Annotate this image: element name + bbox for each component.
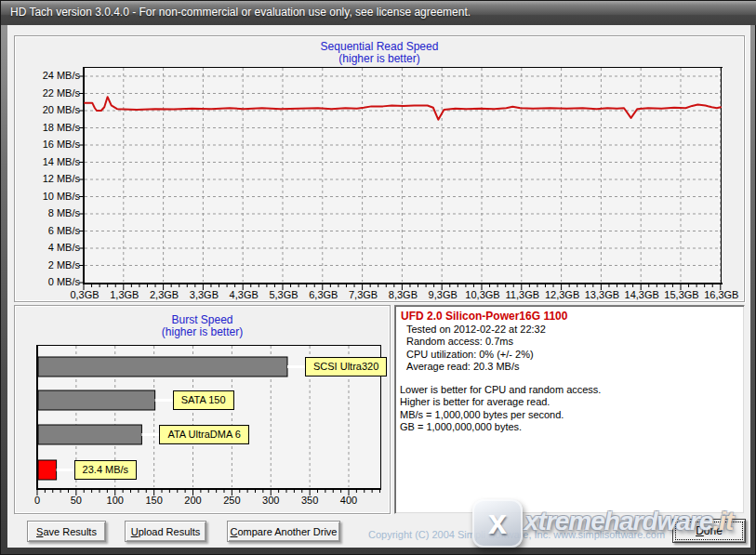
sequential-read-panel: Sequential Read Speed (higher is better)… <box>14 35 745 302</box>
x-axis-tick-label: 14,3GB <box>619 289 664 300</box>
burst-bar-3 <box>38 460 57 480</box>
x-axis-tick-label: 15,3GB <box>659 289 704 300</box>
copyright-text: Copyright (C) 2004 Simpli Software, Inc.… <box>368 529 665 540</box>
x-axis-tick-label: 6,3GB <box>301 289 346 300</box>
window-title: HD Tach version 3.0.4.0 - For non-commer… <box>10 6 471 19</box>
y-axis-tick-label: 8 MB/s <box>22 207 80 218</box>
y-axis-tick-label: 16 MB/s <box>22 139 80 150</box>
burst-x-tick-label: 0 <box>20 495 54 506</box>
drive-name: UFD 2.0 Silicon-Power16G 1100 <box>401 310 567 323</box>
compare-label: ompare Another Drive <box>237 526 337 537</box>
note-higher-better: Higher is better for average read. <box>400 396 550 407</box>
x-axis-tick-label: 8,3GB <box>380 289 425 300</box>
note-mbs-definition: MB/s = 1,000,000 bytes per second. <box>400 409 564 420</box>
done-accesskey: D <box>696 524 704 537</box>
sequential-chart-title: Sequential Read Speed <box>15 40 744 53</box>
upload-accesskey: U <box>131 526 139 537</box>
y-axis-tick-label: 18 MB/s <box>22 122 80 133</box>
burst-x-tick-label: 350 <box>293 495 326 506</box>
sequential-chart-subtitle: (higher is better) <box>15 52 744 65</box>
compare-another-drive-button[interactable]: Compare Another Drive <box>227 521 340 542</box>
y-axis-tick-label: 22 MB/s <box>22 87 80 99</box>
y-axis-tick-label: 6 MB/s <box>22 225 80 236</box>
y-axis-tick-label: 0 MB/s <box>22 276 80 287</box>
x-axis-tick-label: 10,3GB <box>460 289 505 300</box>
burst-x-tick-label: 250 <box>215 495 248 506</box>
y-axis-tick-label: 14 MB/s <box>22 156 80 167</box>
burst-bar-label: SCSI Ultra320 <box>305 357 387 377</box>
x-axis-tick-label: 11,3GB <box>500 289 545 300</box>
burst-x-tick-label: 300 <box>254 495 287 506</box>
burst-x-tick-label: 50 <box>60 495 93 506</box>
x-axis-tick-label: 1,3GB <box>102 289 147 300</box>
burst-x-tick-label: 200 <box>177 495 210 506</box>
burst-x-tick-label: 100 <box>99 495 132 506</box>
info-random-access: Random access: 0.7ms <box>406 336 513 347</box>
burst-bar-label: ATA UltraDMA 6 <box>159 425 248 444</box>
client-area: Sequential Read Speed (higher is better)… <box>7 25 750 548</box>
x-axis-tick-label: 4,3GB <box>221 289 266 300</box>
note-gb-definition: GB = 1,000,000,000 bytes. <box>400 421 522 432</box>
upload-results-button[interactable]: Upload Results <box>125 521 206 542</box>
save-results-button[interactable]: Save Results <box>27 521 106 542</box>
x-axis-tick-label: 2,3GB <box>142 289 187 300</box>
burst-bar-1 <box>38 390 155 410</box>
note-lower-better: Lower is better for CPU and random acces… <box>400 384 601 395</box>
x-axis-tick-label: 13,3GB <box>579 289 624 300</box>
burst-bar-label: SATA 150 <box>173 390 234 410</box>
y-axis-tick-label: 24 MB/s <box>22 70 80 81</box>
burst-speed-panel: Burst Speed (higher is better) SCSI Ultr… <box>14 305 391 514</box>
y-axis-tick-label: 10 MB/s <box>22 191 80 202</box>
y-axis-tick-label: 12 MB/s <box>22 173 80 184</box>
x-axis-tick-label: 5,3GB <box>261 289 306 300</box>
info-tested-on: Tested on 2012-02-22 at 22:32 <box>406 324 546 335</box>
x-axis-tick-label: 7,3GB <box>341 289 386 300</box>
app-window: HD Tach version 3.0.4.0 - For non-commer… <box>0 0 756 555</box>
burst-bar-label: 23.4 MB/s <box>74 460 138 480</box>
burst-chart-title: Burst Speed <box>15 313 390 326</box>
upload-label: pload Results <box>139 526 201 537</box>
info-average-read: Average read: 20.3 MB/s <box>406 361 519 372</box>
burst-x-tick-label: 400 <box>332 495 365 506</box>
x-axis-tick-label: 16,3GB <box>699 289 744 300</box>
drive-info-panel: UFD 2.0 Silicon-Power16G 1100 Tested on … <box>394 305 745 514</box>
burst-bar-2 <box>38 425 141 444</box>
y-axis-tick-label: 20 MB/s <box>22 104 80 115</box>
x-axis-tick-label: 3,3GB <box>181 289 226 300</box>
sequential-read-plot <box>78 65 729 293</box>
burst-x-tick-label: 150 <box>138 495 171 506</box>
y-axis-tick-label: 2 MB/s <box>22 259 80 271</box>
x-axis-tick-label: 9,3GB <box>420 289 465 300</box>
x-axis-tick-label: 0,3GB <box>62 289 107 300</box>
title-bar[interactable]: HD Tach version 3.0.4.0 - For non-commer… <box>1 1 756 25</box>
burst-chart-subtitle: (higher is better) <box>15 325 390 338</box>
done-label: one <box>704 524 723 537</box>
info-cpu-utilization: CPU utilization: 0% (+/- 2%) <box>406 349 534 360</box>
burst-bar-0 <box>38 357 287 377</box>
done-button[interactable]: Done <box>672 519 746 543</box>
y-axis-tick-label: 4 MB/s <box>22 242 80 253</box>
save-label: ave Results <box>43 526 96 537</box>
x-axis-tick-label: 12,3GB <box>540 289 585 300</box>
